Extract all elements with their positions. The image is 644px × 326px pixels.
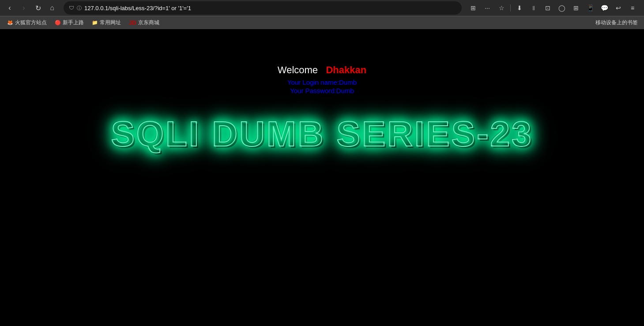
home-button[interactable]: ⌂ xyxy=(46,2,58,14)
welcome-section: Welcome Dhakkan Your Login name:Dumb You… xyxy=(278,64,366,94)
toolbar-separator xyxy=(510,4,511,11)
extensions-button[interactable]: ⊞ xyxy=(467,2,479,14)
bookmark-mobile[interactable]: 移动设备上的书签 xyxy=(593,18,640,28)
refresh-button[interactable]: ↻ xyxy=(32,2,44,14)
bookmark-label-jd: 京东商城 xyxy=(138,19,159,26)
feedback-button[interactable]: 💬 xyxy=(598,2,610,14)
password-text: Your Password:Dumb xyxy=(278,87,366,94)
jd-icon: JD xyxy=(129,19,136,26)
account-button[interactable]: ◯ xyxy=(556,2,568,14)
bookmark-item-common[interactable]: 📁 常用网址 xyxy=(88,18,124,28)
bookmark-label-common: 常用网址 xyxy=(100,19,121,26)
bookmark-label-firefox: 火狐官方站点 xyxy=(15,19,47,26)
download-button[interactable]: ⬇ xyxy=(513,2,526,14)
bookmark-item-newuser[interactable]: 🔴 新手上路 xyxy=(51,18,87,28)
bookmark-mobile-label: 移动设备上的书签 xyxy=(595,19,638,26)
lock-icon: ⓘ xyxy=(77,5,82,11)
page-content: Welcome Dhakkan Your Login name:Dumb You… xyxy=(0,29,644,326)
history-button[interactable]: ⫴ xyxy=(527,2,540,14)
bookmark-item-jd[interactable]: JD 京东商城 xyxy=(125,18,163,28)
fullscreen-button[interactable]: ⊡ xyxy=(542,2,554,14)
welcome-text: Welcome xyxy=(278,64,318,75)
common-icon: 📁 xyxy=(92,20,98,26)
address-bar[interactable] xyxy=(84,5,456,11)
browser-toolbar-right: ⊞ ··· ☆ ⬇ ⫴ ⊡ ◯ ⊞ 📱 💬 ↩ ≡ xyxy=(467,2,640,14)
browser-chrome: ‹ › ↻ ⌂ 🛡 ⓘ ⊞ ··· ☆ ⬇ ⫴ ⊡ ◯ ⊞ 📱 💬 ↩ ≡ 🦊 xyxy=(0,0,644,29)
dhakkan-text: Dhakkan xyxy=(326,64,366,75)
screenshot-button[interactable]: ⊞ xyxy=(570,2,582,14)
address-bar-container: 🛡 ⓘ xyxy=(64,1,462,15)
menu-button[interactable]: ≡ xyxy=(626,2,639,14)
undo-button[interactable]: ↩ xyxy=(612,2,625,14)
firefox-icon: 🦊 xyxy=(7,20,13,26)
browser-titlebar: ‹ › ↻ ⌂ 🛡 ⓘ ⊞ ··· ☆ ⬇ ⫴ ⊡ ◯ ⊞ 📱 💬 ↩ ≡ xyxy=(0,0,644,16)
bookmark-star-button[interactable]: ☆ xyxy=(495,2,508,14)
welcome-line: Welcome Dhakkan xyxy=(278,64,366,76)
shield-icon: 🛡 xyxy=(69,5,74,11)
bookmark-label-newuser: 新手上路 xyxy=(63,19,84,26)
big-title: SQLI DUMB SERIES-23 xyxy=(102,112,542,156)
bookmark-item-firefox[interactable]: 🦊 火狐官方站点 xyxy=(4,18,50,28)
back-button[interactable]: ‹ xyxy=(4,2,16,14)
login-name-text: Your Login name:Dumb xyxy=(278,79,366,86)
newuser-icon: 🔴 xyxy=(55,20,61,26)
bookmarks-bar: 🦊 火狐官方站点 🔴 新手上路 📁 常用网址 JD 京东商城 移动设备上的书签 xyxy=(0,16,644,29)
forward-button[interactable]: › xyxy=(18,2,30,14)
more-button[interactable]: ··· xyxy=(481,2,493,14)
devices-button[interactable]: 📱 xyxy=(584,2,596,14)
